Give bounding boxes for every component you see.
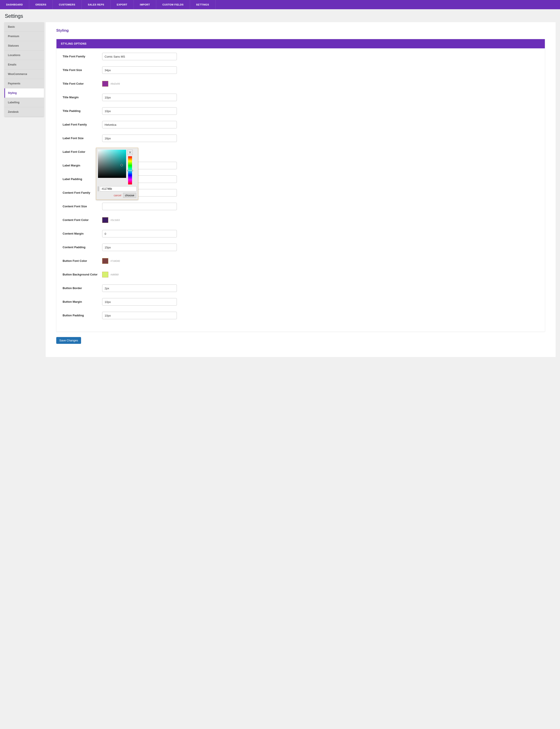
hue-strip[interactable] <box>128 156 132 184</box>
layout: BasicPremiumStatusesLocationsEmailsWooCo… <box>0 22 560 366</box>
field-input-wrap <box>102 107 177 115</box>
field-label: Title Padding <box>63 109 102 113</box>
swatch-hex-label: #8d2e99 <box>111 82 120 85</box>
color-swatch[interactable] <box>102 258 108 264</box>
text-input[interactable] <box>102 298 177 305</box>
settings-sidebar: BasicPremiumStatusesLocationsEmailsWooCo… <box>4 22 44 116</box>
field-input-wrap <box>102 298 177 305</box>
field-label: Label Font Family <box>63 123 102 127</box>
field-input-wrap <box>102 243 177 251</box>
field-label: Title Margin <box>63 96 102 99</box>
field-input-wrap <box>102 134 177 142</box>
text-input[interactable] <box>102 284 177 292</box>
saturation-value-area[interactable] <box>98 150 126 178</box>
card-header: STYLING OPTIONS <box>56 39 545 48</box>
top-nav-sales-reps[interactable]: SALES REPS <box>82 0 111 9</box>
picker-current-swatch <box>98 186 98 191</box>
field-row: Content Margin <box>63 230 539 237</box>
text-input[interactable] <box>102 230 177 237</box>
field-row: Title Padding <box>63 107 539 115</box>
field-label: Button Margin <box>63 300 102 304</box>
text-input[interactable] <box>102 94 177 101</box>
field-row: Content Font Color#3c1b63 <box>63 216 539 224</box>
top-nav-customers[interactable]: CUSTOMERS <box>53 0 82 9</box>
field-input-wrap <box>102 121 177 128</box>
field-label: Content Margin <box>63 232 102 236</box>
field-label: Content Font Size <box>63 205 102 208</box>
field-label: Title Font Color <box>63 82 102 86</box>
field-label: Button Padding <box>63 314 102 317</box>
text-input[interactable] <box>102 243 177 251</box>
swatch-hex-label: #7d4040 <box>111 260 120 262</box>
field-input-wrap <box>102 284 177 292</box>
field-label: Label Font Size <box>63 136 102 140</box>
sidebar-item-labelling[interactable]: Labelling <box>4 98 44 107</box>
color-swatch[interactable] <box>102 81 108 87</box>
color-swatch[interactable] <box>102 217 108 223</box>
top-nav-export[interactable]: EXPORT <box>111 0 134 9</box>
text-input[interactable] <box>102 53 177 60</box>
top-nav-custom-fields[interactable]: CUSTOM FIELDS <box>156 0 190 9</box>
color-picker-popup: cancel choose <box>96 148 138 200</box>
field-row: Label Font Size <box>63 134 539 142</box>
field-input-wrap <box>102 66 177 74</box>
field-input-wrap <box>102 94 177 101</box>
top-nav-dashboard[interactable]: DASHBOARD <box>0 0 29 9</box>
top-nav-import[interactable]: IMPORT <box>134 0 156 9</box>
picker-cancel-link[interactable]: cancel <box>114 194 121 197</box>
styling-options-card: STYLING OPTIONS Title Font FamilyTitle F… <box>56 39 545 332</box>
sidebar-item-premium[interactable]: Premium <box>4 32 44 41</box>
sidebar-item-woocommerce[interactable]: WooCommerce <box>4 69 44 79</box>
field-label: Title Font Size <box>63 68 102 72</box>
field-row: Title Font Family <box>63 53 539 60</box>
top-nav-settings[interactable]: SETTINGS <box>190 0 216 9</box>
swatch-hex-label: #d6f06f <box>111 273 119 276</box>
page-title: Settings <box>0 9 560 22</box>
field-row: Title Font Size <box>63 66 539 74</box>
field-input-wrap <box>102 203 177 210</box>
text-input[interactable] <box>102 312 177 319</box>
field-label: Content Font Color <box>63 218 102 222</box>
close-icon <box>129 151 132 154</box>
swatch-hex-label: #3c1b63 <box>111 219 120 221</box>
field-label: Button Background Color <box>63 273 102 276</box>
sidebar-item-payments[interactable]: Payments <box>4 79 44 88</box>
section-title: Styling <box>56 28 545 33</box>
text-input[interactable] <box>102 66 177 74</box>
sidebar-item-locations[interactable]: Locations <box>4 51 44 60</box>
card-body: Title Font FamilyTitle Font SizeTitle Fo… <box>56 48 545 331</box>
field-row: Label Font Family <box>63 121 539 128</box>
field-input-wrap: #8d2e99 <box>102 81 177 87</box>
sidebar-item-zendesk[interactable]: Zendesk <box>4 107 44 116</box>
field-row: Content Padding <box>63 243 539 251</box>
text-input[interactable] <box>102 134 177 142</box>
field-input-wrap <box>102 53 177 60</box>
sidebar-item-emails[interactable]: Emails <box>4 60 44 69</box>
field-label: Button Border <box>63 286 102 290</box>
picker-close-button[interactable] <box>127 150 133 155</box>
field-input-wrap: #3c1b63 <box>102 217 177 223</box>
color-swatch[interactable] <box>102 272 108 277</box>
save-changes-button[interactable]: Save Changes <box>56 337 81 344</box>
sidebar-item-basic[interactable]: Basic <box>4 22 44 32</box>
field-row: Title Margin <box>63 94 539 101</box>
picker-choose-button[interactable]: choose <box>123 193 136 198</box>
field-input-wrap <box>102 230 177 237</box>
field-label: Button Font Color <box>63 259 102 263</box>
field-input-wrap <box>102 312 177 319</box>
sidebar-item-statuses[interactable]: Statuses <box>4 41 44 51</box>
text-input[interactable] <box>102 203 177 210</box>
field-input-wrap: #d6f06f <box>102 272 177 277</box>
main-panel: Styling STYLING OPTIONS Title Font Famil… <box>46 22 556 357</box>
field-row: Button Background Color#d6f06f <box>63 271 539 278</box>
top-nav-orders[interactable]: ORDERS <box>29 0 53 9</box>
field-label: Title Font Family <box>63 55 102 58</box>
field-row: Button Margin <box>63 298 539 305</box>
text-input[interactable] <box>102 107 177 115</box>
top-nav: DASHBOARDORDERSCUSTOMERSSALES REPSEXPORT… <box>0 0 560 9</box>
text-input[interactable] <box>102 121 177 128</box>
field-row: Content Font Size <box>63 203 539 210</box>
sidebar-item-styling[interactable]: Styling <box>4 88 44 98</box>
picker-hex-input[interactable] <box>100 186 137 191</box>
field-row: Title Font Color#8d2e99 <box>63 80 539 87</box>
